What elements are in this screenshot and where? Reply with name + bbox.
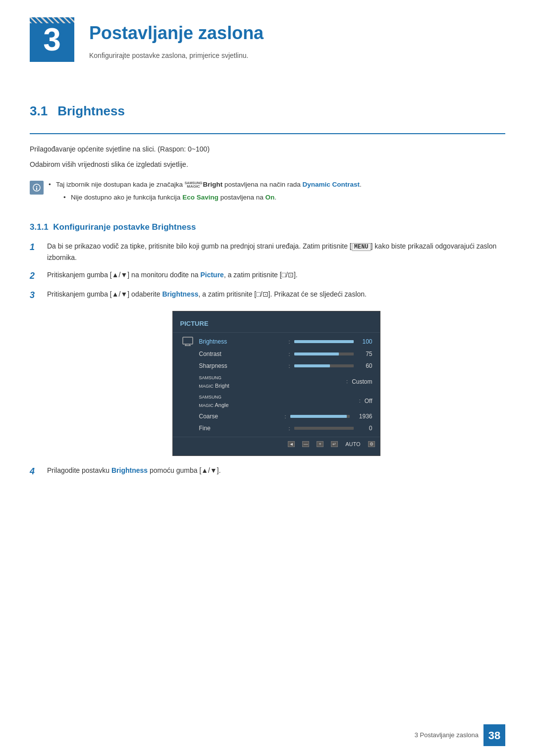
contrast-bar-area: : 75 [268,350,373,358]
menu-key: MENU [352,243,371,251]
coarse-bar-area: : 1936 [268,412,373,421]
coarse-fill [290,415,347,418]
menu-btn-left: ◄ [288,441,295,447]
bright-label: Bright [203,181,222,188]
brightness-progress-bar [294,340,354,343]
section-header: 3.1 Brightness [30,101,505,121]
step-1-number: 1 [30,241,40,254]
brightness-value: 100 [358,337,373,346]
note-content: Taj izbornik nije dostupan kada je znača… [49,180,505,206]
on-label: On [266,194,275,201]
subsection-header: 3.1.1 Konfiguriranje postavke Brightness [30,221,505,234]
contrast-fill [294,353,339,355]
step-2-text: Pritiskanjem gumba [▲/▼] na monitoru dođ… [47,269,505,280]
menu-btn-gear: ⚙ [368,441,375,447]
chapter-subtitle: Konfigurirajte postavke zaslona, primjer… [89,50,264,61]
intro-line1: Prilagođavanje općenite svjetline na sli… [30,144,505,154]
left-btn-icon[interactable]: ◄ [288,441,295,447]
gear-btn-icon[interactable]: ⚙ [368,441,375,447]
step-3: 3 Pritiskanjem gumba [▲/▼] odaberite Bri… [30,289,505,302]
menu-item-coarse: Coarse : 1936 [173,410,380,422]
magic-angle-menu-label: SAMSUNGMAGIC Angle [199,393,268,409]
step-3-text: Pritiskanjem gumba [▲/▼] odaberite Brigh… [47,289,505,300]
menu-btn-minus: — [302,441,309,447]
intro-line2: Odabirom viših vrijednosti slika će izgl… [30,159,505,170]
menu-item-sharpness: Sharpness : 60 [173,360,380,372]
menu-btn-auto: AUTO [345,440,360,449]
enter-btn-icon[interactable]: ↵ [331,441,338,447]
menu-item-brightness: Brightness : 100 [173,335,380,348]
menu-item-magic-bright: SAMSUNGMAGIC Bright : Custom [173,372,380,391]
menu-btn-enter: ↵ [331,441,338,447]
fine-bar-area: : 0 [268,424,373,433]
picture-menu-mockup: PICTURE Br [172,311,380,456]
chapter-number: 3 [30,17,74,62]
subsection-title: 3.1.1 Konfiguriranje postavke Brightness [30,222,196,232]
step-1: 1 Da bi se prikazao vodič za tipke, prit… [30,241,505,263]
brightness-label-step4: Brightness [111,466,148,474]
dynamic-contrast-label: Dynamic Contrast [303,181,360,188]
brightness-fill [294,340,354,343]
menu-bottom-bar: ◄ — + ↵ AUTO [173,437,380,452]
nested-bullet-area: Nije dostupno ako je funkcija funkcija E… [49,193,505,202]
footer-page-box: 38 [483,724,505,746]
brightness-menu-label: Brightness [199,337,268,346]
fine-progress-bar [294,427,354,430]
sharpness-fill [294,364,330,367]
main-content: 3.1 Brightness Prilagođavanje općenite s… [0,72,535,524]
step-3-number: 3 [30,289,40,302]
contrast-value: 75 [358,350,373,358]
sharpness-menu-label: Sharpness [199,361,268,370]
monitor-icon-area [180,337,195,347]
footer-text: 3 Postavljanje zaslona [415,730,479,740]
plus-btn-icon[interactable]: + [317,441,323,447]
brightness-label-step3: Brightness [162,290,198,298]
brightness-bar-area: : 100 [268,337,373,346]
note-box: Taj izbornik nije dostupan kada je znača… [30,180,505,206]
menu-item-contrast: Contrast : 75 [173,348,380,360]
chapter-title: Postavljanje zaslona [89,20,264,47]
contrast-menu-label: Contrast [199,350,268,358]
menu-btn-plus: + [317,441,323,447]
note-bullet-2: Nije dostupno ako je funkcija funkcija E… [63,193,505,202]
step-2-number: 2 [30,269,40,283]
sharpness-value: 60 [358,361,373,370]
magic-angle-value-area: : Off [268,397,373,405]
monitor-screenshot-area: PICTURE Br [47,311,505,456]
sharpness-progress-bar [294,364,354,367]
eco-saving-label: Eco Saving [182,194,218,201]
step-2: 2 Pritiskanjem gumba [▲/▼] na monitoru d… [30,269,505,283]
picture-menu: PICTURE Br [172,311,380,456]
page-footer: 3 Postavljanje zaslona 38 [415,724,505,746]
step-4-text: Prilagodite postavku Brightness pomoću g… [47,465,505,476]
magic-bright-menu-label: SAMSUNGMAGIC Bright [199,373,268,390]
samsung-magic-badge-1: SAMSUNG MAGIC [185,181,203,189]
fine-menu-label: Fine [199,424,268,433]
magic-bright-value-area: : Custom [268,377,373,386]
section-title: Brightness [57,101,125,121]
minus-btn-icon[interactable]: — [302,441,309,447]
magic-angle-value: Off [365,397,373,405]
step-4: 4 Prilagodite postavku Brightness pomoću… [30,465,505,478]
step-1-text: Da bi se prikazao vodič za tipke, pritis… [47,241,505,263]
step-4-number: 4 [30,465,40,478]
steps-list: 1 Da bi se prikazao vodič za tipke, prit… [30,241,505,478]
menu-item-magic-angle: SAMSUNGMAGIC Angle : Off [173,391,380,410]
chapter-title-area: Postavljanje zaslona Konfigurirajte post… [89,15,264,61]
page-header: 3 Postavljanje zaslona Konfigurirajte po… [0,0,535,72]
picture-label: Picture [200,271,223,279]
magic-bright-value: Custom [352,377,372,386]
menu-item-fine: Fine : 0 [173,422,380,434]
fine-value: 0 [358,424,373,433]
monitor-icon [182,337,193,347]
sharpness-bar-area: : 60 [268,361,373,370]
coarse-value: 1936 [354,412,373,421]
coarse-progress-bar [290,415,350,418]
section-number: 3.1 [30,101,48,121]
section-divider [30,133,505,134]
note-bullet-1: Taj izbornik nije dostupan kada je znača… [49,180,505,190]
picture-menu-title: PICTURE [173,319,380,333]
note-icon [30,181,44,195]
coarse-menu-label: Coarse [199,412,268,421]
contrast-progress-bar [294,353,354,355]
